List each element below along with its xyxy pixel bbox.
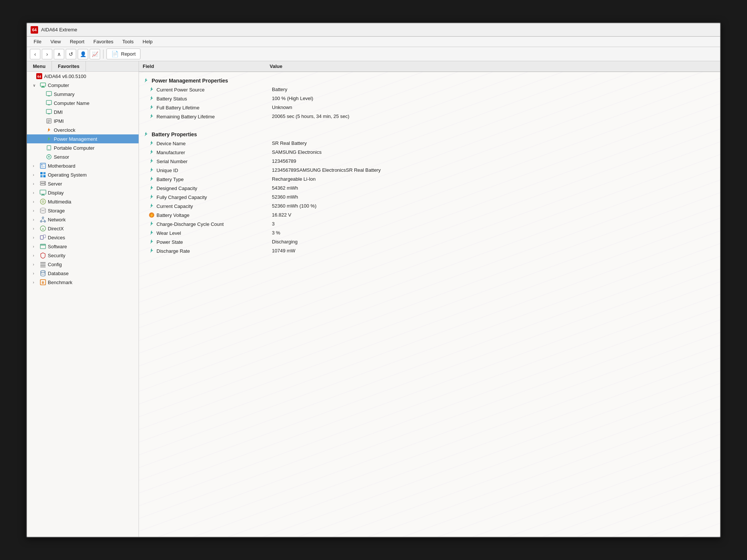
svg-rect-3 xyxy=(42,86,44,87)
svg-point-39 xyxy=(40,208,46,210)
power-label: Power Management xyxy=(54,136,97,142)
tree-config[interactable]: › Config xyxy=(27,260,139,269)
svg-rect-12 xyxy=(47,120,50,121)
menu-item-file[interactable]: File xyxy=(30,38,45,45)
tree-multimedia[interactable]: › Multimedia xyxy=(27,197,139,206)
svg-rect-14 xyxy=(47,122,49,123)
svg-rect-24 xyxy=(41,167,43,167)
report-button[interactable]: 📄 Report xyxy=(106,49,140,59)
directx-label: DirectX xyxy=(48,226,64,231)
content-panel: Field Value Power Management Properties … xyxy=(139,61,720,537)
svg-rect-34 xyxy=(42,194,44,195)
svg-rect-35 xyxy=(41,195,45,196)
section-title-power: Power Management Properties xyxy=(152,78,228,84)
tree-power-management[interactable]: Power Management xyxy=(27,134,139,143)
up-button[interactable]: ∧ xyxy=(54,49,64,59)
row-serial-number: Serial Number 123456789 xyxy=(139,157,720,166)
storage-label: Storage xyxy=(48,208,65,214)
menu-item-tools[interactable]: Tools xyxy=(118,38,137,45)
comp-name-label: Computer Name xyxy=(54,100,89,106)
svg-point-18 xyxy=(48,156,50,158)
field-name-battery-type: Battery Type xyxy=(156,177,184,182)
value-battery-status: 100 % (High Level) xyxy=(272,96,716,101)
tree-benchmark[interactable]: › B Benchmark xyxy=(27,278,139,287)
svg-rect-21 xyxy=(41,164,43,165)
forward-button[interactable]: › xyxy=(42,49,52,59)
field-name-power-state: Power State xyxy=(156,239,183,245)
tree-server[interactable]: › Server xyxy=(27,179,139,188)
tree-software[interactable]: › Software xyxy=(27,242,139,251)
tree-security[interactable]: › Security xyxy=(27,251,139,260)
os-icon xyxy=(40,171,46,178)
value-wear-level: 3 % xyxy=(272,230,716,236)
aida-icon: 64 xyxy=(36,73,43,80)
tree-motherboard[interactable]: › Motherboard xyxy=(27,161,139,170)
menu-item-help[interactable]: Help xyxy=(139,38,156,45)
tree-computer-name[interactable]: Computer Name xyxy=(27,99,139,108)
svg-rect-6 xyxy=(48,96,50,96)
dmi-icon xyxy=(46,109,52,115)
field-discharge-rate: Discharge Rate xyxy=(149,248,272,254)
tree-portable[interactable]: Portable Computer xyxy=(27,143,139,152)
field-manufacturer: Manufacturer xyxy=(149,149,272,155)
tree-network[interactable]: › Network xyxy=(27,215,139,224)
tree-root[interactable]: 64 AIDA64 v6.00.5100 xyxy=(27,72,139,81)
field-cycle-count: Charge-Discharge Cycle Count xyxy=(149,221,272,227)
menu-item-view[interactable]: View xyxy=(47,38,65,45)
overclock-icon xyxy=(46,127,52,133)
back-button[interactable]: ‹ xyxy=(30,49,40,59)
value-cycle-count: 3 xyxy=(272,221,716,227)
motherboard-icon xyxy=(40,162,46,169)
sidebar: Menu Favorites 64 AIDA64 v6.00.5100 ∨ xyxy=(27,61,139,537)
tree-ipmi[interactable]: IPMI xyxy=(27,116,139,125)
value-serial-number: 123456789 xyxy=(272,158,716,164)
svg-point-31 xyxy=(44,182,45,183)
row-battery-type: Battery Type Rechargeable Li-Ion xyxy=(139,175,720,184)
svg-rect-53 xyxy=(40,262,46,263)
menu-item-report[interactable]: Report xyxy=(66,38,88,45)
svg-line-45 xyxy=(43,218,45,221)
tree-storage[interactable]: › Storage xyxy=(27,206,139,215)
field-name-device-name: Device Name xyxy=(156,141,186,146)
display-icon xyxy=(40,189,46,196)
overclock-label: Overclock xyxy=(54,127,75,133)
field-name-discharge-rate: Discharge Rate xyxy=(156,248,190,254)
menu-item-favorites[interactable]: Favorites xyxy=(90,38,117,45)
tree-devices[interactable]: › Devices xyxy=(27,233,139,242)
refresh-button[interactable]: ↺ xyxy=(66,49,76,59)
svg-rect-10 xyxy=(48,113,50,114)
benchmark-icon: B xyxy=(40,279,46,286)
ipmi-icon xyxy=(46,118,52,124)
app-title: AIDA64 Extreme xyxy=(41,27,77,32)
row-unique-id: Unique ID 123456789SAMSUNG ElectronicsSR… xyxy=(139,166,720,175)
tree-os[interactable]: › Operating System xyxy=(27,170,139,179)
row-manufacturer: Manufacturer SAMSUNG Electronics xyxy=(139,148,720,157)
svg-rect-4 xyxy=(41,87,45,88)
tree-database[interactable]: › Database xyxy=(27,269,139,278)
tree-directx[interactable]: › X DirectX xyxy=(27,224,139,233)
sidebar-menu-tab[interactable]: Menu xyxy=(27,61,52,71)
tree-dmi[interactable]: DMI xyxy=(27,108,139,116)
svg-text:64: 64 xyxy=(37,75,41,78)
tree-sensor[interactable]: Sensor xyxy=(27,152,139,161)
tree-display[interactable]: › Display xyxy=(27,188,139,197)
network-icon xyxy=(40,216,46,223)
user-button[interactable]: 👤 xyxy=(78,49,88,59)
tree-summary[interactable]: Summary xyxy=(27,90,139,99)
svg-text:X: X xyxy=(42,227,44,231)
summary-label: Summary xyxy=(54,91,75,97)
svg-line-44 xyxy=(41,218,43,221)
portable-icon xyxy=(46,144,52,151)
sidebar-favorites-tab[interactable]: Favorites xyxy=(52,61,86,71)
comp-name-icon xyxy=(46,100,52,106)
column-headers: Field Value xyxy=(139,61,720,72)
value-unique-id: 123456789SAMSUNG ElectronicsSR Real Batt… xyxy=(272,167,716,173)
row-current-capacity: Current Capacity 52360 mWh (100 %) xyxy=(139,202,720,211)
field-name-fully-charged: Fully Charged Capacity xyxy=(156,195,207,200)
chart-button[interactable]: 📈 xyxy=(90,49,100,59)
sensor-label: Sensor xyxy=(54,154,69,160)
multimedia-label: Multimedia xyxy=(48,199,71,205)
value-remaining-lifetime: 20065 sec (5 hours, 34 min, 25 sec) xyxy=(272,113,716,119)
tree-overclock[interactable]: Overclock xyxy=(27,125,139,134)
tree-computer[interactable]: ∨ Computer xyxy=(27,81,139,90)
